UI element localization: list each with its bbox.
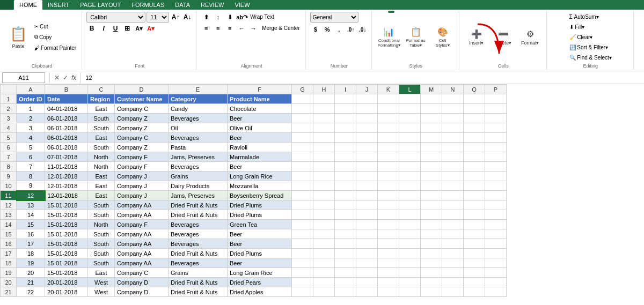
list-item[interactable]: 12-01-2018 <box>45 172 88 181</box>
empty-cell[interactable] <box>313 220 335 229</box>
empty-cell[interactable] <box>421 278 442 287</box>
list-item[interactable]: Company AA <box>115 258 169 268</box>
empty-cell[interactable] <box>464 229 485 239</box>
list-item[interactable]: 12-01-2018 <box>45 191 88 200</box>
empty-cell[interactable] <box>292 123 313 133</box>
border-button[interactable]: ⊞ <box>122 23 133 34</box>
list-item[interactable]: 8 <box>17 172 45 181</box>
empty-cell[interactable] <box>378 220 399 229</box>
empty-cell[interactable] <box>421 229 442 239</box>
list-item[interactable]: 04-01-2018 <box>45 104 88 114</box>
list-item[interactable]: Company Z <box>115 123 169 133</box>
col-header-o[interactable]: O <box>464 85 485 94</box>
list-item[interactable]: 16 <box>17 229 45 239</box>
empty-cell[interactable] <box>335 181 356 191</box>
empty-cell[interactable] <box>399 229 421 239</box>
format-painter-button[interactable]: 🖌 Format Painter <box>32 43 78 53</box>
list-item[interactable]: Beer <box>228 133 292 143</box>
empty-cell[interactable] <box>399 268 421 278</box>
empty-cell[interactable] <box>485 200 507 210</box>
clear-button[interactable]: 🧹 Clear▾ <box>567 32 595 42</box>
empty-cell[interactable] <box>421 143 442 152</box>
empty-cell[interactable] <box>292 287 313 297</box>
list-item[interactable]: West <box>88 287 115 297</box>
list-item[interactable]: 15-01-2018 <box>45 249 88 258</box>
align-bottom-button[interactable]: ⬇ <box>224 12 235 23</box>
empty-cell[interactable] <box>335 133 356 143</box>
list-item[interactable]: North <box>88 220 115 229</box>
percent-button[interactable]: $ <box>310 24 321 35</box>
empty-cell[interactable] <box>485 229 507 239</box>
increase-font-button[interactable]: A↑ <box>170 12 181 23</box>
empty-cell[interactable] <box>464 152 485 162</box>
empty-cell[interactable] <box>421 162 442 172</box>
empty-cell[interactable] <box>356 249 378 258</box>
italic-button[interactable]: I <box>98 23 109 34</box>
empty-cell[interactable] <box>485 249 507 258</box>
empty-cell[interactable] <box>464 220 485 229</box>
empty-cell[interactable] <box>356 220 378 229</box>
empty-cell[interactable] <box>313 162 335 172</box>
list-item[interactable]: 15-01-2018 <box>45 220 88 229</box>
empty-cell[interactable] <box>335 278 356 287</box>
empty-cell[interactable] <box>313 249 335 258</box>
tab-data[interactable]: DATA <box>170 0 195 10</box>
empty-cell[interactable] <box>335 200 356 210</box>
col-header-n[interactable]: N <box>442 85 464 94</box>
empty-cell[interactable] <box>399 114 421 123</box>
bold-button[interactable]: B <box>86 23 97 34</box>
autosum-button[interactable]: Σ AutoSum▾ <box>567 12 601 21</box>
list-item[interactable]: 6 <box>17 152 45 162</box>
empty-cell[interactable] <box>485 104 507 114</box>
col-header-l[interactable]: L <box>399 85 421 94</box>
empty-cell[interactable] <box>485 143 507 152</box>
empty-cell[interactable] <box>399 133 421 143</box>
empty-cell[interactable] <box>442 123 464 133</box>
list-item[interactable]: Beer <box>228 229 292 239</box>
list-item[interactable]: East <box>88 181 115 191</box>
list-item[interactable]: Green Tea <box>228 220 292 229</box>
empty-cell[interactable] <box>292 200 313 210</box>
list-item[interactable]: Company AA <box>115 229 169 239</box>
empty-cell[interactable] <box>485 220 507 229</box>
empty-cell[interactable] <box>399 210 421 220</box>
empty-cell[interactable] <box>356 268 378 278</box>
list-item[interactable]: West <box>88 278 115 287</box>
list-item[interactable]: Dried Plums <box>228 200 292 210</box>
decrease-font-button[interactable]: A↓ <box>182 12 193 23</box>
empty-cell[interactable] <box>292 278 313 287</box>
cell-j1[interactable] <box>356 94 378 104</box>
list-item[interactable]: 15-01-2018 <box>45 258 88 268</box>
empty-cell[interactable] <box>442 114 464 123</box>
empty-cell[interactable] <box>292 210 313 220</box>
empty-cell[interactable] <box>313 229 335 239</box>
list-item[interactable]: South <box>88 229 115 239</box>
cell-c1[interactable]: Region <box>88 94 115 104</box>
list-item[interactable]: Mozzarella <box>228 181 292 191</box>
cell-k1[interactable] <box>378 94 399 104</box>
empty-cell[interactable] <box>421 114 442 123</box>
list-item[interactable]: Beer <box>228 162 292 172</box>
cell-m1[interactable] <box>421 94 442 104</box>
empty-cell[interactable] <box>399 220 421 229</box>
empty-cell[interactable] <box>485 278 507 287</box>
empty-cell[interactable] <box>442 220 464 229</box>
list-item[interactable]: 06-01-2018 <box>45 143 88 152</box>
empty-cell[interactable] <box>335 268 356 278</box>
empty-cell[interactable] <box>378 114 399 123</box>
empty-cell[interactable] <box>485 191 507 200</box>
empty-cell[interactable] <box>378 162 399 172</box>
col-header-g[interactable]: G <box>292 85 313 94</box>
empty-cell[interactable] <box>399 143 421 152</box>
empty-cell[interactable] <box>442 258 464 268</box>
empty-cell[interactable] <box>378 239 399 249</box>
list-item[interactable]: 13 <box>17 200 45 210</box>
empty-cell[interactable] <box>399 258 421 268</box>
empty-cell[interactable] <box>464 210 485 220</box>
col-header-h[interactable]: H <box>313 85 335 94</box>
list-item[interactable]: Company C <box>115 133 169 143</box>
empty-cell[interactable] <box>421 191 442 200</box>
empty-cell[interactable] <box>378 191 399 200</box>
empty-cell[interactable] <box>378 172 399 181</box>
cell-g1[interactable] <box>292 94 313 104</box>
